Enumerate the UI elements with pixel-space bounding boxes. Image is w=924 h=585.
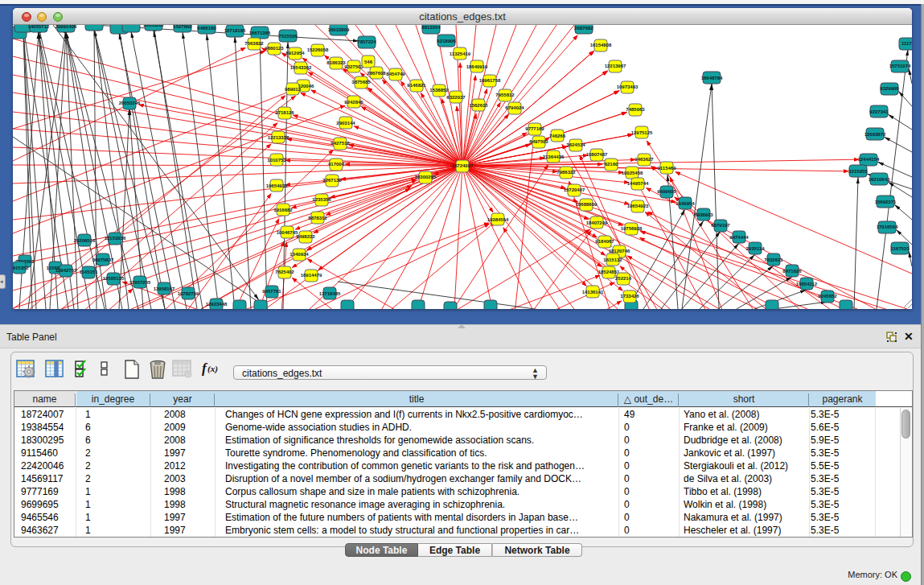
svg-text:2718126: 2718126 xyxy=(275,110,294,115)
svg-text:10654923: 10654923 xyxy=(627,204,649,208)
svg-text:10543362: 10543362 xyxy=(290,65,312,70)
svg-text:10654112: 10654112 xyxy=(796,282,818,286)
svg-text:16914479: 16914479 xyxy=(301,273,322,278)
svg-text:11172: 11172 xyxy=(901,41,912,46)
svg-text:12093872: 12093872 xyxy=(864,132,886,137)
svg-text:18407249: 18407249 xyxy=(586,220,608,225)
svg-text:12505135: 12505135 xyxy=(103,276,125,281)
svg-text:15751074: 15751074 xyxy=(889,64,911,68)
svg-text:20091406: 20091406 xyxy=(55,25,77,29)
svg-text:7632621: 7632621 xyxy=(764,257,783,262)
svg-text:12923448: 12923448 xyxy=(206,302,228,307)
svg-text:21364436: 21364436 xyxy=(543,154,565,159)
svg-text:7515526: 7515526 xyxy=(278,34,298,39)
svg-text:16154808: 16154808 xyxy=(590,43,612,47)
svg-text:1010753: 1010753 xyxy=(267,158,286,163)
svg-text:16210643: 16210643 xyxy=(869,177,890,182)
svg-text:3624534: 3624534 xyxy=(566,142,585,147)
svg-text:1538852: 1538852 xyxy=(429,88,449,93)
svg-text:14055712: 14055712 xyxy=(28,25,50,29)
svg-text:18524851: 18524851 xyxy=(598,270,620,274)
svg-text:18724007: 18724007 xyxy=(452,163,474,168)
svg-text:9329906: 9329906 xyxy=(880,86,899,91)
svg-text:9327503: 9327503 xyxy=(344,64,363,69)
svg-text:6466160: 6466160 xyxy=(197,26,216,31)
svg-text:8471626: 8471626 xyxy=(782,269,802,274)
svg-text:17957255: 17957255 xyxy=(129,280,151,285)
svg-text:9245652: 9245652 xyxy=(818,294,837,299)
svg-text:8454749: 8454749 xyxy=(386,72,405,76)
svg-text:12213967: 12213967 xyxy=(605,64,626,68)
svg-text:3267130: 3267130 xyxy=(322,178,342,183)
svg-text:15692371: 15692371 xyxy=(875,200,897,204)
svg-text:16648784: 16648784 xyxy=(701,76,723,80)
svg-text:417004: 417004 xyxy=(328,162,345,167)
svg-text:8938923: 8938923 xyxy=(694,212,713,217)
svg-text:8878312: 8878312 xyxy=(308,216,327,220)
svg-text:18300295: 18300295 xyxy=(415,175,437,179)
svg-text:18640910: 18640910 xyxy=(466,64,488,69)
svg-text:2935114: 2935114 xyxy=(745,246,765,251)
svg-text:9427512: 9427512 xyxy=(331,141,350,146)
svg-text:9115460: 9115460 xyxy=(657,166,676,171)
svg-text:19384554: 19384554 xyxy=(487,217,509,222)
svg-text:1916682: 1916682 xyxy=(273,208,293,212)
svg-text:16671385: 16671385 xyxy=(249,31,271,35)
svg-text:12942757: 12942757 xyxy=(55,268,77,273)
svg-text:12975125: 12975125 xyxy=(631,130,653,135)
svg-text:7625402: 7625402 xyxy=(275,270,294,274)
svg-text:20053346: 20053346 xyxy=(119,101,141,105)
svg-text:3215955: 3215955 xyxy=(848,169,868,174)
svg-text:11325419: 11325419 xyxy=(450,51,471,56)
svg-text:7857224: 7857224 xyxy=(357,39,376,44)
svg-text:20206516: 20206516 xyxy=(74,238,96,243)
svg-text:10807487: 10807487 xyxy=(586,152,608,157)
svg-text:2903144: 2903144 xyxy=(336,121,355,126)
svg-text:13958167: 13958167 xyxy=(154,286,175,291)
svg-text:7563822: 7563822 xyxy=(244,41,264,46)
svg-text:9699695: 9699695 xyxy=(657,189,676,194)
svg-text:9227341: 9227341 xyxy=(869,109,889,114)
svg-text:10046745: 10046745 xyxy=(277,230,298,235)
svg-text:10688609: 10688609 xyxy=(576,202,598,207)
svg-text:1640954: 1640954 xyxy=(676,201,695,206)
svg-text:10973493: 10973493 xyxy=(617,84,639,89)
svg-text:6794024: 6794024 xyxy=(505,105,524,110)
svg-text:8186323: 8186323 xyxy=(326,60,346,65)
svg-text:12444154: 12444154 xyxy=(858,157,880,162)
svg-text:1733426: 1733426 xyxy=(620,294,639,299)
svg-text:9777169: 9777169 xyxy=(525,126,544,131)
svg-text:3915352: 3915352 xyxy=(13,266,29,270)
svg-text:3875685: 3875685 xyxy=(351,80,371,84)
svg-text:12213332: 12213332 xyxy=(268,135,290,140)
svg-text:2867608: 2867608 xyxy=(367,71,386,76)
svg-text:62160: 62160 xyxy=(605,162,618,167)
svg-text:17016504: 17016504 xyxy=(877,225,898,229)
svg-text:10719185: 10719185 xyxy=(224,28,246,33)
svg-text:1167533: 1167533 xyxy=(890,246,910,251)
svg-text:7986322: 7986322 xyxy=(556,170,576,175)
svg-text:(x): (x) xyxy=(207,364,218,374)
svg-text:14136141: 14136141 xyxy=(582,290,604,295)
svg-text:9146821: 9146821 xyxy=(407,83,426,88)
svg-text:252214: 252214 xyxy=(615,276,632,281)
svg-text:1540934: 1540934 xyxy=(290,252,309,257)
svg-text:19654935: 19654935 xyxy=(266,183,288,188)
svg-text:9242845: 9242845 xyxy=(344,100,363,105)
svg-text:8912954: 8912954 xyxy=(285,51,305,56)
svg-text:10653287: 10653287 xyxy=(143,25,165,27)
svg-text:1145151: 1145151 xyxy=(79,270,98,274)
svg-text:9660123: 9660123 xyxy=(265,46,284,51)
svg-text:9463627: 9463627 xyxy=(634,157,654,162)
svg-text:9457791: 9457791 xyxy=(262,289,281,294)
svg-text:1615132: 1615132 xyxy=(603,257,622,262)
svg-text:6322037: 6322037 xyxy=(446,95,466,100)
svg-text:16033809: 16033809 xyxy=(328,27,350,32)
svg-text:2087682: 2087682 xyxy=(574,26,593,31)
svg-text:14495744: 14495744 xyxy=(627,181,649,186)
svg-text:9498222: 9498222 xyxy=(296,234,315,239)
svg-text:1562615: 1562615 xyxy=(469,103,488,108)
svg-text:746266: 746266 xyxy=(549,134,566,138)
svg-text:7955812: 7955812 xyxy=(495,93,515,97)
svg-text:9474444: 9474444 xyxy=(729,235,749,240)
